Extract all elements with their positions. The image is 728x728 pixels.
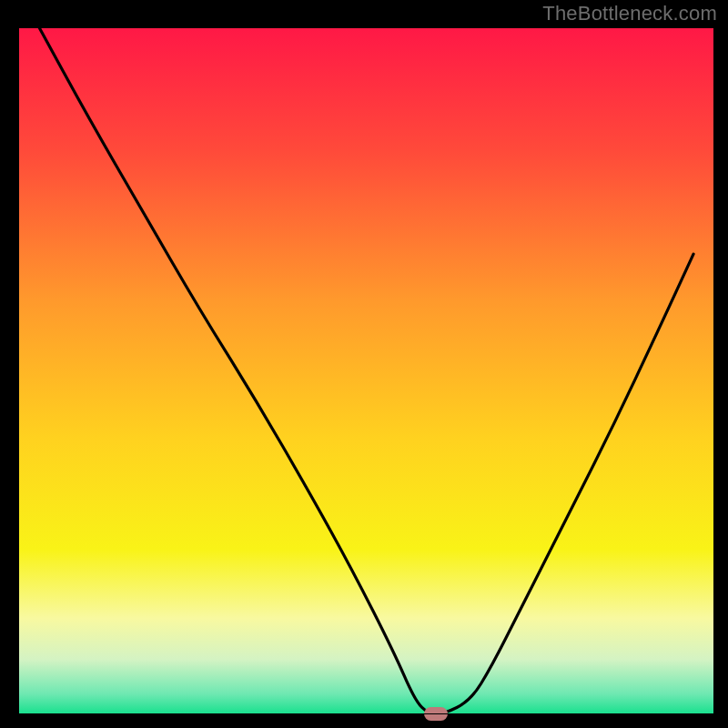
chart-frame: TheBottleneck.com — [0, 0, 728, 728]
svg-rect-1 — [18, 27, 714, 714]
bottleneck-chart — [0, 0, 728, 728]
watermark-text: TheBottleneck.com — [542, 2, 717, 25]
